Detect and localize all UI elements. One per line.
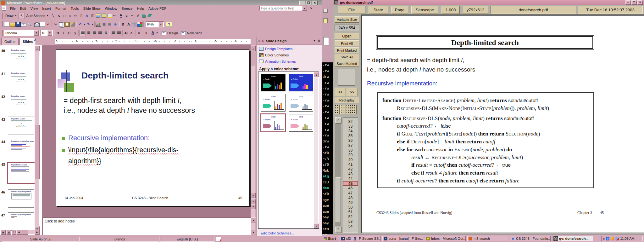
- taskpane-close-icon[interactable]: ✕: [318, 39, 320, 43]
- spelling-icon[interactable]: ✔: [45, 21, 51, 27]
- gv-page-number-38[interactable]: 38: [343, 148, 358, 153]
- align-right-icon[interactable]: [92, 30, 97, 36]
- word-art-icon[interactable]: A: [84, 13, 91, 19]
- gv-file-button[interactable]: File: [338, 6, 365, 14]
- clip-art-icon[interactable]: [95, 13, 101, 19]
- oval-icon[interactable]: ○: [67, 13, 73, 19]
- tray-fsecure-icon[interactable]: [606, 237, 609, 240]
- font-color-icon[interactable]: A: [150, 30, 156, 36]
- gv-pagelist-scrollbar[interactable]: △ ▽: [335, 117, 341, 232]
- gv-layout-option-icon[interactable]: [335, 105, 340, 114]
- scrollbar-thumb[interactable]: [336, 177, 341, 222]
- edit-color-schemes-link[interactable]: Edit Color Schemes...: [261, 231, 294, 235]
- gv-page-number-43[interactable]: 43: [343, 172, 358, 176]
- line-style-icon[interactable]: ≡: [124, 13, 129, 19]
- gv-page-number-47[interactable]: 47: [343, 191, 358, 195]
- arrow-style-icon[interactable]: ⇄: [135, 13, 141, 19]
- open-icon[interactable]: [9, 21, 15, 27]
- gv-save-all-button[interactable]: Save All: [335, 54, 359, 60]
- gv-page-number-36[interactable]: 36: [343, 138, 358, 143]
- gv-page-number-48[interactable]: 48: [343, 196, 358, 200]
- bullets-icon[interactable]: [116, 30, 122, 36]
- menu-window[interactable]: Window: [103, 6, 119, 11]
- scroll-up-icon[interactable]: ▲: [314, 72, 319, 77]
- scroll-up-icon[interactable]: ▲: [251, 217, 256, 222]
- slide-thumbnail-44[interactable]: Properties of depth-first search: [8, 139, 34, 157]
- color-scheme-option-1[interactable]: Title▪ Bullet: [261, 74, 286, 91]
- taskbar-button-6[interactable]: gv: done/search...: [552, 236, 593, 241]
- gv-page-number-44[interactable]: 44: [343, 176, 358, 181]
- gv-layout-option-icon[interactable]: [352, 105, 357, 114]
- taskbar-button-2[interactable]: >suna - [suna] - F-Sec...: [382, 236, 423, 241]
- slide-thumbnail-47[interactable]: Iterative deepening search: [8, 212, 34, 231]
- start-button[interactable]: Start: [323, 236, 338, 241]
- gv-next-button[interactable]: >>: [347, 88, 358, 96]
- slide-thumbnail-40[interactable]: Depth-first search●● ● ●●● ● ○ ○○: [8, 48, 34, 66]
- copy-icon[interactable]: [58, 21, 64, 27]
- menu-help[interactable]: Help: [135, 6, 146, 11]
- scroll-right-icon[interactable]: ▶: [35, 230, 40, 235]
- increase-indent-icon[interactable]: ⇥: [142, 30, 148, 36]
- color-scheme-option-5[interactable]: Title▪ Bullet: [260, 113, 286, 132]
- gv-page-number-49[interactable]: 49: [343, 200, 358, 205]
- next-slide-icon[interactable]: ⏷: [251, 204, 256, 209]
- gv-close-button[interactable]: ✕: [637, 0, 643, 5]
- insert-chart-icon[interactable]: [96, 21, 101, 27]
- color-scheme-option-6[interactable]: Title▪ Bullet: [289, 114, 313, 132]
- gv-print-all-button[interactable]: Print All: [335, 40, 359, 46]
- save-icon[interactable]: [15, 21, 21, 27]
- link-color-schemes[interactable]: Color Schemes: [259, 53, 289, 57]
- bold-button[interactable]: B: [55, 30, 61, 36]
- insert-table-icon[interactable]: ▦: [101, 21, 107, 27]
- menu-format[interactable]: Format: [53, 6, 69, 11]
- help-icon[interactable]: ?: [166, 22, 172, 27]
- scroll-up-icon[interactable]: ▲: [251, 46, 256, 51]
- thumbnails-scrollbar[interactable]: ▲ ▼: [35, 46, 39, 231]
- gv-orientation-button[interactable]: Seascape: [411, 6, 438, 14]
- notes-placeholder[interactable]: Click to add notes: [45, 219, 251, 223]
- gv-page-number-39[interactable]: 39: [343, 153, 358, 157]
- scroll-down-icon[interactable]: ▼: [314, 223, 319, 228]
- scrollbar-thumb[interactable]: [21, 230, 28, 235]
- text-box-icon[interactable]: ▭: [73, 13, 78, 19]
- question-for-help-input[interactable]: [259, 6, 302, 11]
- mail-icon[interactable]: [21, 21, 26, 27]
- gv-page-number-52[interactable]: 52: [343, 215, 358, 219]
- color-grayscale-icon[interactable]: [137, 21, 143, 27]
- question-dropdown-icon[interactable]: ▼: [302, 6, 307, 11]
- arrow-icon[interactable]: ↘: [56, 13, 61, 19]
- scrollbar-thumb[interactable]: [35, 125, 40, 179]
- gv-save-marked-button[interactable]: Save Marked: [335, 60, 359, 67]
- notes-scrollbar[interactable]: ▲ ▼: [251, 217, 255, 234]
- gv-prev-button[interactable]: <<: [335, 88, 346, 96]
- search-icon[interactable]: 🔍: [26, 21, 32, 27]
- slide-body-line2[interactable]: i.e., nodes at depth l have no successor…: [64, 106, 195, 115]
- 3d-style-icon[interactable]: [146, 13, 152, 19]
- gv-page-number-45[interactable]: 45: [343, 181, 358, 186]
- gv-page-number-32[interactable]: 32: [343, 119, 358, 124]
- select-pointer-icon[interactable]: ↖: [19, 13, 25, 19]
- design-button[interactable]: Design: [160, 31, 180, 35]
- tray-pencil-icon[interactable]: [611, 237, 614, 240]
- color-scheme-option-2[interactable]: Title▪ Bullet: [289, 74, 313, 91]
- decrease-font-size-icon[interactable]: A↓: [129, 30, 135, 36]
- document-close-icon[interactable]: ✕: [310, 7, 313, 10]
- italic-button[interactable]: I: [61, 30, 66, 36]
- distribute-icon[interactable]: [97, 30, 103, 36]
- new-icon[interactable]: [4, 21, 9, 27]
- redo-icon[interactable]: ↷: [86, 21, 91, 27]
- gv-page-number-37[interactable]: 37: [343, 143, 358, 148]
- shadow-style-icon[interactable]: [141, 13, 146, 19]
- menu-view[interactable]: View: [28, 6, 40, 11]
- gv-page-number-40[interactable]: 40: [343, 158, 358, 162]
- gv-page-button[interactable]: Page: [391, 6, 408, 14]
- slide-bullet1[interactable]: Recursive implementation:: [68, 134, 150, 142]
- gv-page-number-46[interactable]: 46: [343, 186, 358, 190]
- scroll-up-icon[interactable]: △: [335, 117, 341, 124]
- cut-icon[interactable]: ✂: [53, 21, 58, 27]
- align-left-icon[interactable]: [80, 30, 86, 36]
- menu-insert[interactable]: Insert: [40, 6, 53, 11]
- decrease-indent-icon[interactable]: ⇤: [137, 30, 142, 36]
- shadow-button[interactable]: S: [72, 30, 78, 36]
- toolbar-grip[interactable]: [1, 30, 3, 36]
